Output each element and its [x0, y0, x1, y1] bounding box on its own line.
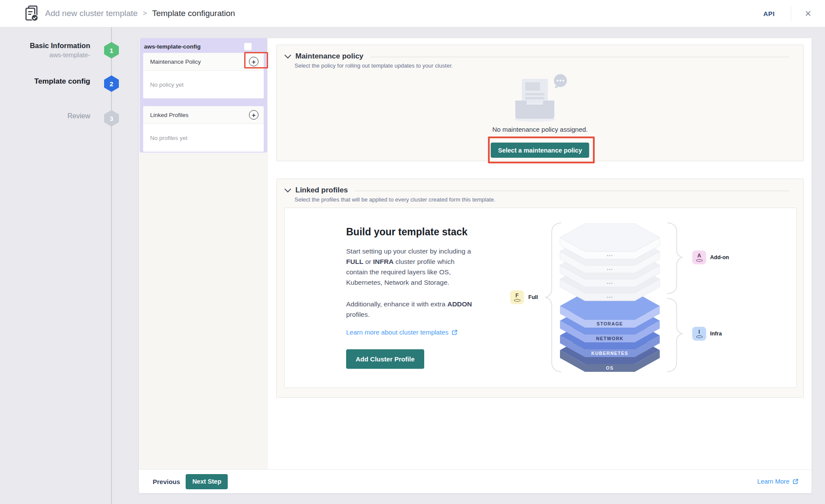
stack-layer-label: NETWORK [596, 336, 623, 341]
profile-layer-glyph [696, 259, 703, 262]
card-heading: Build your template stack [346, 226, 468, 238]
cluster-template-document-check-icon [24, 5, 39, 22]
add-maintenance-policy-button[interactable]: + [249, 57, 259, 66]
api-link[interactable]: API [763, 10, 775, 17]
linked-profiles-group-label: Linked Profiles [150, 112, 189, 118]
stack-layers-svg: ............STORAGENETWORKKUBERNETESOS [501, 212, 789, 386]
section-title: Linked profiles [295, 186, 348, 195]
page: Add new cluster template > Template conf… [0, 0, 825, 504]
maintenance-policy-section: Maintenance policy Select the policy for… [276, 45, 804, 161]
step-title: Template config [0, 77, 90, 86]
addon-badge-label: Add-on [710, 254, 729, 260]
full-badge-label: Full [528, 294, 538, 300]
add-linked-profile-button[interactable]: + [249, 110, 259, 120]
main-content: Maintenance policy Select the policy for… [268, 38, 812, 469]
card-paragraph-2: Additionally, enhance it with extra ADDO… [346, 299, 474, 320]
section-subtitle: Select the profiles that will be applied… [295, 196, 495, 203]
learn-more-link[interactable]: Learn More [757, 478, 799, 485]
breadcrumb-parent[interactable]: Add new cluster template [45, 9, 138, 18]
infra-badge-label: Infra [710, 331, 722, 337]
step-3-hexagon[interactable]: 3 [104, 110, 119, 127]
linked-profiles-section: Linked profiles Select the profiles that… [276, 179, 804, 398]
step-number: 1 [110, 47, 113, 54]
stack-layer-label: KUBERNETES [591, 351, 628, 356]
learn-more-cluster-templates-link[interactable]: Learn more about cluster templates [346, 328, 458, 336]
step-number: 3 [110, 115, 113, 122]
divider [791, 6, 791, 21]
top-bar: Add new cluster template > Template conf… [0, 0, 825, 27]
section-title: Maintenance policy [295, 52, 363, 61]
external-link-icon [452, 329, 458, 335]
profile-layer-glyph [514, 299, 521, 302]
step-subtitle: aws-template- [0, 50, 90, 60]
breadcrumb: Add new cluster template > Template conf… [45, 0, 235, 27]
config-left-column: aws-template-config Maintenance Policy +… [139, 38, 268, 469]
maintenance-policy-group: Maintenance Policy + No policy yet [143, 53, 264, 98]
template-configuration-panel: aws-template-config Maintenance Policy +… [139, 38, 812, 493]
wizard-footer: Previous Next Step Learn More [139, 469, 812, 493]
maintenance-policy-group-label: Maintenance Policy [150, 59, 201, 65]
next-step-button[interactable]: Next Step [186, 474, 228, 489]
step-2-hexagon[interactable]: 2 [104, 75, 119, 92]
page-title: Template configuration [152, 9, 235, 18]
stepper-step-template-config[interactable]: Template config [0, 77, 90, 86]
divider [370, 57, 789, 57]
step-title: Review [0, 112, 90, 120]
infra-profile-badge: I [692, 327, 706, 341]
template-stack-illustration: ............STORAGENETWORKKUBERNETESOS F… [501, 212, 789, 386]
step-1-hexagon[interactable]: 1 [104, 42, 119, 59]
stack-layer-label: ... [607, 292, 613, 299]
linked-profiles-group: Linked Profiles + No profiles yet [143, 106, 264, 152]
divider [355, 191, 789, 191]
breadcrumb-separator: > [143, 10, 147, 17]
no-policy-message: No maintenance policy assigned. [277, 126, 803, 133]
addon-profile-badge: A [692, 250, 706, 264]
select-maintenance-policy-button[interactable]: Select a maintenance policy [491, 143, 589, 158]
card-paragraph-1: Start setting up your cluster by includi… [346, 246, 474, 288]
top-bar-actions: API ✕ [763, 0, 825, 27]
full-profile-badge: F [510, 290, 524, 304]
badge-letter: A [697, 254, 701, 258]
empty-inbox-illustration [507, 72, 573, 123]
link-label: Learn More [757, 478, 789, 485]
close-icon[interactable]: ✕ [805, 10, 812, 18]
badge-letter: I [698, 330, 700, 335]
stack-layer-label: ... [607, 250, 613, 257]
link-label: Learn more about cluster templates [346, 328, 449, 336]
chevron-down-icon[interactable] [285, 52, 291, 59]
linked-profiles-empty-text: No profiles yet [143, 124, 264, 152]
stack-layer-label: OS [606, 365, 614, 371]
stack-layer-label: ... [607, 278, 613, 285]
maintenance-policy-empty-text: No policy yet [143, 71, 264, 98]
template-name-label: aws-template-config [144, 43, 201, 50]
badge-letter: F [515, 293, 518, 298]
add-cluster-profile-button[interactable]: Add Cluster Profile [346, 349, 424, 369]
stepper-step-basic-information[interactable]: Basic Information aws-template- [0, 41, 90, 60]
stack-layer-label: STORAGE [597, 321, 623, 326]
step-number: 2 [110, 80, 113, 88]
chevron-down-icon[interactable] [285, 186, 291, 193]
step-title: Basic Information [0, 41, 90, 50]
stack-layer-label: ... [607, 264, 613, 271]
stepper-line [111, 27, 112, 504]
previous-button[interactable]: Previous [153, 478, 180, 485]
build-template-stack-card: Build your template stack Start setting … [284, 208, 797, 388]
stepper-step-review[interactable]: Review [0, 112, 90, 120]
profile-layer-glyph [696, 335, 703, 338]
section-subtitle: Select the policy for rolling out templa… [295, 62, 453, 69]
template-checkbox[interactable] [244, 43, 252, 50]
external-link-icon [792, 478, 799, 484]
template-config-tree: aws-template-config Maintenance Policy +… [140, 38, 267, 153]
